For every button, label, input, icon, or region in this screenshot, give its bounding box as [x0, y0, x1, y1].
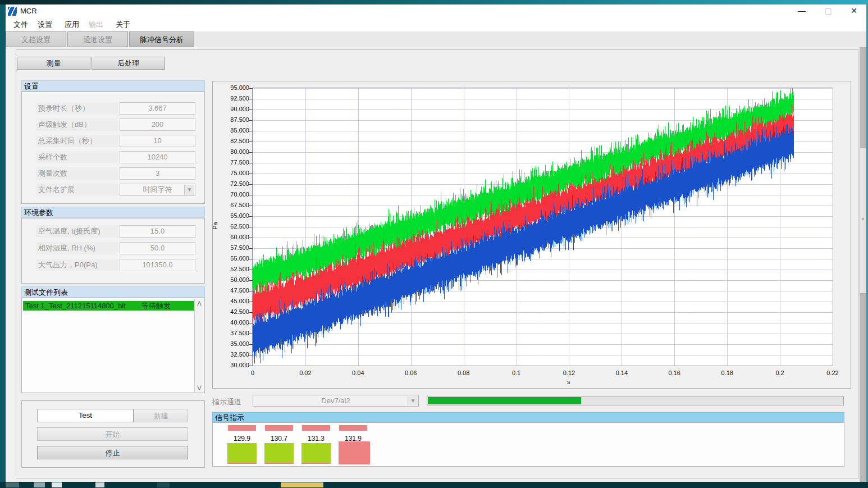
test-file-list[interactable]: Test 1_Test_211215114800_blt 等待触发 ⋀ ⋁: [21, 298, 205, 393]
indicator-channel-label: 指示通道: [212, 397, 241, 407]
taskbar-icon[interactable]: [281, 482, 323, 487]
indicator-channel-value: Dev7/ai2: [321, 396, 350, 405]
y-tick-mark: [249, 323, 253, 323]
y-tick-mark: [249, 334, 253, 334]
y-tick-mark: [249, 206, 253, 206]
menu-file[interactable]: 文件: [13, 20, 28, 30]
y-tick-label: 70.000: [220, 191, 249, 198]
field-input-prerecord[interactable]: 3.667: [120, 102, 195, 115]
y-tick-mark: [249, 344, 253, 345]
file-status: 等待触发: [141, 301, 171, 311]
chevron-down-icon[interactable]: ▼: [184, 185, 194, 195]
minimize-button[interactable]: —: [793, 4, 810, 17]
chevron-left-icon[interactable]: ‹: [860, 215, 866, 222]
taskbar: [0, 482, 868, 488]
test-name-input[interactable]: Test: [37, 409, 134, 422]
title-bar: MCR — ▢ ✕: [6, 4, 866, 18]
taskbar-icon[interactable]: [34, 482, 45, 487]
y-tick-label: 82.500: [220, 138, 249, 144]
post-process-button[interactable]: 后处理: [92, 57, 165, 70]
taskbar-icon[interactable]: [95, 482, 104, 487]
filename-ext-dropdown[interactable]: 时间字符 ▼: [120, 184, 195, 196]
tab-strip: 文档设置 通道设置 脉冲信号分析: [6, 31, 866, 47]
taskbar-icon[interactable]: [157, 482, 170, 487]
scroll-down-icon[interactable]: ⋁: [195, 383, 204, 392]
menu-apply[interactable]: 应用: [65, 20, 79, 30]
menu-settings[interactable]: 设置: [38, 20, 52, 30]
y-tick-label: 45.000: [220, 298, 249, 304]
y-tick-label: 35.000: [220, 340, 249, 347]
plot-canvas[interactable]: [253, 88, 833, 366]
stop-button[interactable]: 停止: [37, 446, 188, 459]
field-input-air-temp[interactable]: 15.0: [120, 225, 195, 238]
y-tick-label: 57.500: [220, 244, 249, 251]
field-input-humidity[interactable]: 50.0: [120, 242, 195, 254]
y-tick-label: 92.500: [220, 95, 249, 102]
signal-indicator: 131.9: [339, 422, 371, 467]
field-input-level-trigger[interactable]: 200: [120, 118, 195, 131]
tab-pulse-signal-analysis[interactable]: 脉冲信号分析: [129, 31, 194, 47]
y-tick-mark: [249, 99, 253, 99]
new-button: 新建: [134, 409, 188, 422]
indicator-top-bar: [228, 425, 256, 431]
y-tick-mark: [249, 355, 253, 355]
field-label-sample-count: 采样个数: [36, 151, 118, 163]
y-tick-label: 67.500: [220, 202, 249, 208]
scroll-up-icon[interactable]: ⋀: [195, 299, 204, 308]
indicator-box: [301, 443, 331, 464]
start-button: 开始: [37, 427, 188, 441]
y-tick-mark: [249, 238, 253, 238]
window-title: MCR: [20, 7, 37, 15]
y-tick-mark: [249, 110, 253, 110]
signal-indicator: 131.3: [301, 422, 334, 467]
filename-ext-value: 时间字符: [143, 185, 172, 194]
x-tick-label: 0.08: [458, 370, 469, 376]
y-tick-mark: [249, 227, 253, 227]
maximize-button: ▢: [820, 4, 837, 17]
y-tick-mark: [249, 366, 253, 366]
x-tick-label: 0.16: [669, 370, 680, 376]
y-tick-mark: [249, 174, 253, 174]
y-tick-label: 80.000: [220, 148, 249, 155]
list-item[interactable]: Test 1_Test_211215114800_blt 等待触发: [23, 301, 194, 311]
y-tick-label: 50.000: [220, 276, 249, 283]
field-input-pressure[interactable]: 101350.0: [120, 259, 195, 271]
field-input-sample-count[interactable]: 10240: [120, 151, 195, 163]
signal-indicator: 130.7: [264, 422, 297, 467]
app-logo-icon: [8, 7, 17, 16]
x-axis-title: s: [567, 378, 570, 385]
y-tick-mark: [249, 248, 253, 249]
y-tick-label: 65.000: [220, 212, 249, 219]
indicator-top-bar: [265, 425, 293, 431]
close-button[interactable]: ✕: [846, 4, 862, 17]
y-tick-mark: [249, 216, 253, 217]
y-tick-label: 85.000: [220, 127, 249, 134]
menu-bar: 文件 设置 应用 输出 关于: [6, 18, 866, 31]
indicator-box: [339, 441, 370, 464]
tab-document-settings[interactable]: 文档设置: [6, 31, 66, 47]
field-label-measure-count: 测量次数: [36, 167, 118, 180]
list-scrollbar[interactable]: ⋀ ⋁: [194, 299, 204, 392]
tab-channel-settings[interactable]: 通道设置: [67, 31, 128, 47]
indicator-top-bar: [339, 425, 367, 431]
field-input-measure-count[interactable]: 3: [120, 167, 195, 180]
file-list-header: 测试文件列表: [21, 286, 205, 298]
y-tick-mark: [249, 131, 253, 131]
taskbar-icon[interactable]: [52, 482, 62, 487]
menu-about[interactable]: 关于: [116, 20, 130, 30]
field-input-total-time[interactable]: 10: [120, 135, 195, 147]
field-label-pressure: 大气压力，P0(Pa): [36, 259, 118, 271]
indicator-channel-dropdown[interactable]: Dev7/ai2 ▼: [253, 395, 419, 407]
field-label-filename-ext: 文件名扩展: [36, 184, 118, 196]
chevron-down-icon[interactable]: ▼: [408, 396, 418, 405]
y-tick-label: 40.000: [220, 319, 249, 326]
x-tick-label: 0.1: [512, 370, 520, 376]
taskbar-icon[interactable]: [6, 482, 19, 487]
y-tick-mark: [249, 270, 253, 270]
x-tick-label: 0: [251, 370, 254, 376]
y-tick-mark: [249, 184, 253, 185]
progress-bar: [427, 396, 844, 405]
y-tick-label: 75.000: [220, 170, 249, 176]
measure-button[interactable]: 测量: [17, 57, 90, 70]
y-tick-label: 87.500: [220, 116, 249, 123]
